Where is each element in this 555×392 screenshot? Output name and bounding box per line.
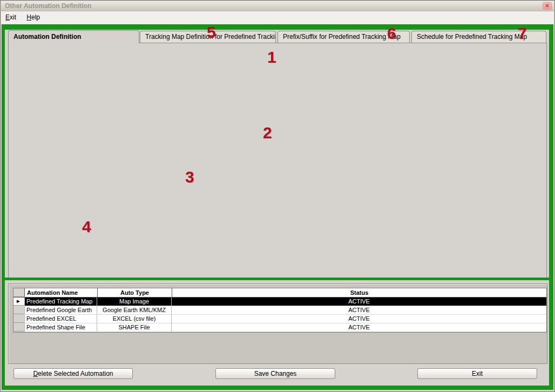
delete-selected-automation-button[interactable]: Delete Selected Automation [13,368,133,379]
cell-status: ACTIVE [172,306,546,314]
header-selector-cell [13,288,25,297]
cell-automation-name: Predefined Google Earth [25,306,97,314]
cell-auto-type: SHAPE File [97,323,172,332]
header-auto-type: Auto Type [98,288,172,297]
callout-5: 5 [207,23,216,42]
green-divider [2,278,553,280]
exit-button[interactable]: Exit [417,368,537,379]
row-selector-cell [13,306,25,314]
menubar: Exit Help [1,11,554,24]
menu-item-help[interactable]: Help [22,11,44,23]
table-row[interactable]: ► Predefined Tracking Map Map Image ACTI… [13,298,546,306]
row-selector-cell [13,323,25,332]
table-row[interactable]: Predefined Shape File SHAPE File ACTIVE [13,323,546,332]
cell-auto-type: Google Earth KML/KMZ [97,306,172,314]
callout-3: 3 [185,168,194,186]
table-header-row: Automation Name Auto Type Status [13,288,546,298]
row-selector-cell: ► [13,298,25,306]
current-row-pointer-icon: ► [16,298,21,305]
cell-automation-name: Predefined Tracking Map [25,298,97,306]
save-changes-button[interactable]: Save Changes [215,368,335,379]
tab-automation-definition[interactable]: Automation Definition [8,30,139,43]
callout-1: 1 [267,48,276,66]
table-row[interactable]: Predefined Google Earth Google Earth KML… [13,306,546,315]
row-selector-cell [13,315,25,323]
automation-table: Automation Name Auto Type Status ► Prede… [13,288,547,333]
close-icon: ✕ [545,3,549,9]
menu-item-exit[interactable]: Exit [1,11,21,23]
cell-automation-name: Predefined EXCEL [25,315,97,323]
table-row[interactable]: Predefined EXCEL EXCEL (csv file) ACTIVE [13,315,546,323]
tabpage-automation-definition [8,43,547,279]
callout-4: 4 [82,218,91,236]
cell-automation-name: Predefined Shape File [25,323,97,332]
dialog-other-automation-definition: Other Automation Definition ✕ Exit Help … [0,0,555,392]
cell-auto-type: EXCEL (csv file) [97,315,172,323]
callout-2: 2 [263,124,272,142]
header-status: Status [172,288,546,297]
callout-7: 7 [518,24,527,43]
cell-status: ACTIVE [172,298,546,306]
header-automation-name: Automation Name [25,288,98,297]
callout-6: 6 [387,24,396,43]
cell-status: ACTIVE [172,315,546,323]
cell-auto-type: Map Image [97,298,172,306]
cell-status: ACTIVE [172,323,546,332]
window-title: Other Automation Definition [5,2,91,10]
close-button[interactable]: ✕ [543,2,552,10]
automation-grid-panel: Automation Name Auto Type Status ► Prede… [8,283,547,364]
titlebar: Other Automation Definition [1,1,554,11]
